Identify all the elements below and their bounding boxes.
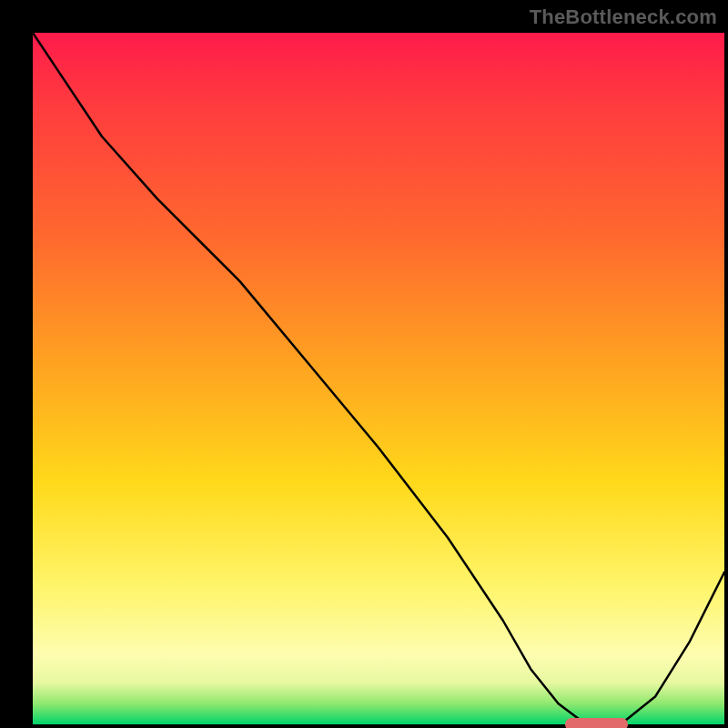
watermark-text: TheBottleneck.com: [530, 5, 717, 29]
curve-path: [33, 33, 724, 724]
bottleneck-marker: [565, 718, 627, 728]
chart-frame: TheBottleneck.com: [0, 0, 728, 728]
plot-area: [33, 33, 724, 724]
curve-svg: [33, 33, 724, 724]
